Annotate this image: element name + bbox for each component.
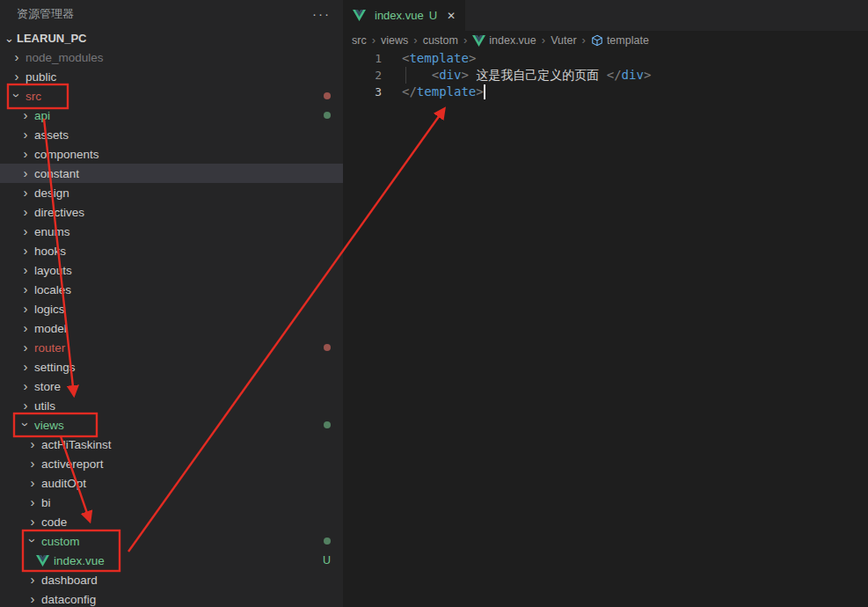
chevron-right-icon: ›: [25, 515, 40, 528]
breadcrumb-item-custom[interactable]: custom: [423, 34, 458, 47]
indent-guide: [405, 67, 406, 84]
chevron-down-icon: ⌄: [2, 32, 17, 45]
tree-item-constant[interactable]: ›constant: [0, 164, 343, 183]
tree-item-code[interactable]: ›code: [0, 512, 343, 531]
tree-item-label: directives: [34, 206, 84, 219]
breadcrumb-item-template[interactable]: template: [591, 34, 649, 47]
tree-item-label: assets: [34, 128, 69, 142]
close-icon[interactable]: ✕: [447, 10, 456, 22]
vue-logo-icon: [36, 554, 49, 567]
tree-item-dataconfig[interactable]: ›dataconfig: [0, 589, 343, 607]
chevron-right-icon: ›: [18, 147, 33, 160]
tree-item-design[interactable]: ›design: [0, 183, 343, 202]
tree-item-model[interactable]: ›model: [0, 318, 343, 338]
tree-item-label: bi: [41, 496, 51, 509]
vue-logo-icon: [472, 35, 485, 47]
chevron-right-icon: ›: [9, 69, 25, 83]
problems-badge-dot: [324, 92, 331, 99]
chevron-right-icon: ›: [18, 244, 33, 257]
tab-index-vue[interactable]: index.vue U ✕: [343, 0, 465, 31]
breadcrumb-item-views[interactable]: views: [381, 34, 408, 47]
breadcrumb-item-Vuter[interactable]: Vuter: [551, 34, 576, 47]
tree-item-label: utils: [34, 399, 55, 413]
tree-item-label: design: [34, 186, 69, 200]
tree-item-actHiTaskinst[interactable]: ›actHiTaskinst: [0, 435, 343, 454]
tree-item-label: views: [34, 419, 64, 432]
code-token: >: [644, 67, 651, 84]
chevron-down-icon: ›: [26, 532, 40, 548]
line-number: 1: [343, 50, 402, 67]
tree-item-hooks[interactable]: ›hooks: [0, 241, 343, 260]
breadcrumb-label: index.vue: [489, 34, 536, 47]
tree-item-index.vue[interactable]: index.vueU: [0, 551, 343, 570]
tree-item-label: activereport: [41, 457, 104, 471]
chevron-right-icon: ›: [18, 205, 33, 218]
chevron-right-icon: ›: [25, 592, 40, 605]
tree-item-utils[interactable]: ›utils: [0, 396, 343, 415]
chevron-right-icon: ›: [25, 437, 40, 450]
explorer-title: 资源管理器: [17, 6, 74, 22]
tree-item-assets[interactable]: ›assets: [0, 125, 343, 144]
tree-item-public[interactable]: ›public: [0, 67, 343, 86]
chevron-right-icon: ›: [18, 340, 33, 354]
tree-item-src[interactable]: ›src: [0, 86, 343, 106]
code-token: [402, 67, 432, 84]
tree-item-layouts[interactable]: ›layouts: [0, 260, 343, 280]
code-token: <: [432, 67, 439, 84]
workspace-root[interactable]: ⌄ LEARUN_PC: [0, 28, 343, 48]
tree-item-dashboard[interactable]: ›dashboard: [0, 570, 343, 589]
tree-item-label: code: [41, 516, 67, 529]
chevron-right-icon: ›: [18, 186, 33, 199]
breadcrumb-item-src[interactable]: src: [352, 34, 367, 47]
tree-item-components[interactable]: ›components: [0, 144, 343, 164]
line-number: 3: [343, 84, 402, 100]
tree-item-label: router: [34, 341, 65, 355]
tree-item-router[interactable]: ›router: [0, 338, 343, 357]
tree-item-label: actHiTaskinst: [41, 438, 112, 451]
breadcrumb-separator-icon: ›: [542, 33, 545, 47]
tree-item-label: store: [34, 380, 61, 393]
tree-item-directives[interactable]: ›directives: [0, 202, 343, 222]
code-token: <: [402, 50, 409, 67]
code-line-2[interactable]: 2 <div> 这是我自己定义的页面 </div>: [343, 67, 868, 84]
tree-item-label: constant: [34, 167, 79, 180]
chevron-down-icon: ›: [11, 87, 24, 103]
vue-logo-icon: [353, 10, 366, 22]
tree-item-node_modules[interactable]: ›node_modules: [0, 48, 343, 67]
breadcrumb-separator-icon: ›: [372, 33, 376, 47]
tree-item-locales[interactable]: ›locales: [0, 280, 343, 299]
chevron-down-icon: ›: [19, 416, 33, 432]
git-untracked-badge: U: [323, 554, 331, 567]
breadcrumb: src›views›custom›index.vue›Vuter›templat…: [343, 31, 868, 50]
git-changes-badge-dot: [324, 421, 331, 428]
symbol-cube-icon: [591, 34, 603, 47]
tree-item-enums[interactable]: ›enums: [0, 222, 343, 241]
tab-bar: index.vue U ✕: [343, 0, 868, 31]
tree-item-label: api: [34, 109, 50, 122]
code-token: >: [476, 84, 483, 100]
chevron-right-icon: ›: [18, 128, 33, 141]
chevron-right-icon: ›: [18, 263, 33, 276]
tree-item-custom[interactable]: ›custom: [0, 531, 343, 551]
tree-item-api[interactable]: ›api: [0, 106, 343, 125]
chevron-right-icon: ›: [25, 457, 40, 470]
breadcrumb-separator-icon: ›: [463, 33, 467, 47]
chevron-right-icon: ›: [18, 321, 33, 334]
tree-item-activereport[interactable]: ›activereport: [0, 454, 343, 473]
more-actions-icon[interactable]: ···: [312, 10, 331, 18]
git-changes-badge-dot: [324, 538, 331, 545]
breadcrumb-item-index.vue[interactable]: index.vue: [472, 34, 536, 47]
code-editor[interactable]: 1<template>2 <div> 这是我自己定义的页面 </div>3</t…: [343, 50, 868, 100]
code-line-3[interactable]: 3</template>: [343, 84, 868, 100]
tree-item-bi[interactable]: ›bi: [0, 493, 343, 512]
tree-item-logics[interactable]: ›logics: [0, 299, 343, 318]
tree-item-settings[interactable]: ›settings: [0, 357, 343, 377]
tree-item-label: layouts: [34, 264, 72, 277]
tree-item-label: auditOpt: [41, 477, 86, 490]
tree-item-label: node_modules: [26, 51, 104, 64]
tree-item-views[interactable]: ›views: [0, 415, 343, 435]
code-line-1[interactable]: 1<template>: [343, 50, 868, 67]
tree-item-store[interactable]: ›store: [0, 377, 343, 396]
tree-item-auditOpt[interactable]: ›auditOpt: [0, 473, 343, 493]
tree-item-label: public: [26, 70, 56, 84]
